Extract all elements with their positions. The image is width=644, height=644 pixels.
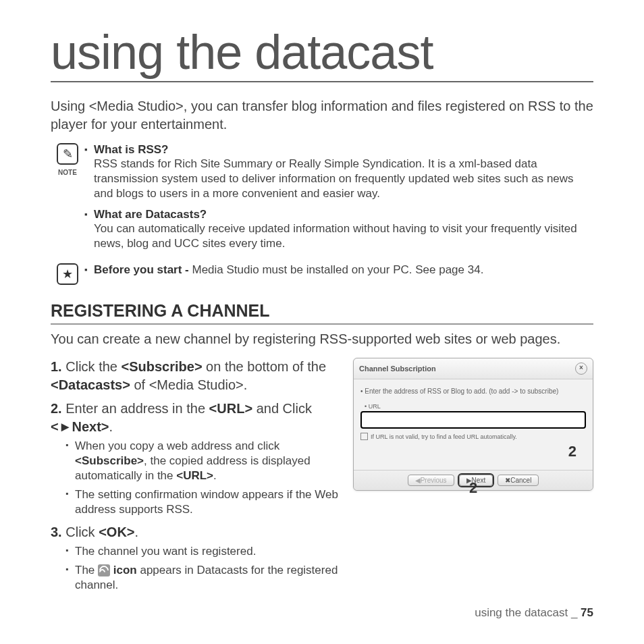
- note-text: RSS stands for Rich Site Summary or Real…: [94, 157, 574, 200]
- close-icon[interactable]: ×: [575, 363, 587, 375]
- checkbox-icon[interactable]: [360, 433, 368, 440]
- callout-marker: 2: [568, 443, 576, 460]
- step-1: 1. Click the <Subscribe> on the bottom o…: [51, 358, 341, 394]
- note-text: You can automatically receive updated in…: [94, 222, 577, 250]
- cancel-button[interactable]: ✖Cancel: [498, 475, 539, 486]
- step-number: 1.: [51, 359, 62, 374]
- before-start-label: Before you start -: [94, 263, 192, 276]
- intro-text: Using <Media Studio>, you can transfer b…: [51, 97, 593, 134]
- section-title: REGISTERING A CHANNEL: [51, 301, 593, 325]
- page-title: using the datacast: [51, 27, 593, 82]
- substep: The setting confirmation window appears …: [51, 487, 341, 517]
- note-label: NOTE: [51, 169, 84, 176]
- step-2: 2. Enter an address in the <URL> and Cli…: [51, 400, 341, 517]
- section-intro: You can create a new channel by register…: [51, 330, 593, 348]
- previous-button[interactable]: ◀Previous: [408, 475, 454, 486]
- step-3: 3. Click <OK>. The channel you want is r…: [51, 523, 341, 593]
- substep: When you copy a web address and click <S…: [51, 439, 341, 483]
- callout-marker: 2: [469, 479, 477, 497]
- substep: The icon appears in Datacasts for the re…: [51, 563, 341, 593]
- substep: The channel you want is registered.: [51, 544, 341, 559]
- url-input[interactable]: [360, 411, 586, 429]
- rss-icon: [98, 564, 110, 576]
- before-start-item: Before you start - Media Studio must be …: [84, 263, 593, 277]
- note-heading: What are Datacasts?: [94, 208, 207, 221]
- dialog-instruction: • Enter the address of RSS or Blog to ad…: [360, 387, 586, 395]
- note-item-datacasts: What are Datacasts? You can automaticall…: [84, 208, 593, 251]
- before-start-text: Media Studio must be installed on your P…: [192, 263, 483, 276]
- dialog-title: Channel Subscription: [359, 365, 436, 373]
- auto-feed-checkbox-row[interactable]: If URL is not valid, try to find a feed …: [360, 433, 586, 440]
- step-number: 2.: [51, 401, 62, 416]
- note-icon: [57, 143, 78, 165]
- note-heading: What is RSS?: [94, 143, 169, 156]
- note-item-rss: What is RSS? RSS stands for Rich Site Su…: [84, 143, 593, 201]
- step-number: 3.: [51, 525, 62, 539]
- url-label: • URL: [365, 403, 586, 410]
- page-footer: using the datacast _ 75: [475, 606, 593, 620]
- channel-subscription-dialog: Channel Subscription × • Enter the addre…: [353, 358, 593, 491]
- star-icon: [57, 263, 78, 285]
